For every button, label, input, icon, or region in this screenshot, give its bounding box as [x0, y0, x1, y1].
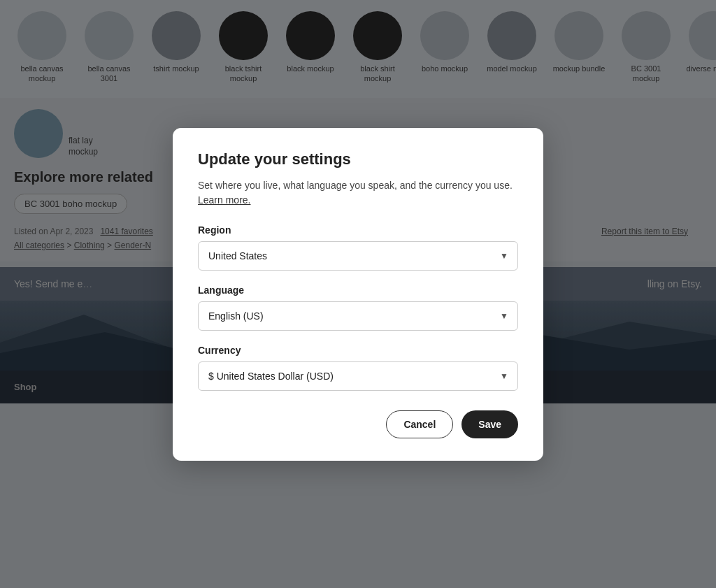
language-group: Language English (US) English (UK) Deuts…	[198, 285, 518, 331]
currency-group: Currency $ United States Dollar (USD) £ …	[198, 345, 518, 391]
currency-select[interactable]: $ United States Dollar (USD) £ British P…	[198, 361, 518, 391]
language-label: Language	[198, 285, 518, 296]
modal-description: Set where you live, what language you sp…	[198, 178, 518, 208]
language-select-wrapper: English (US) English (UK) Deutsch França…	[198, 301, 518, 331]
modal-overlay[interactable]: Update your settings Set where you live,…	[0, 0, 716, 588]
cancel-button[interactable]: Cancel	[386, 410, 453, 438]
currency-label: Currency	[198, 345, 518, 356]
region-label: Region	[198, 224, 518, 236]
region-select[interactable]: United States United Kingdom Canada Aust…	[198, 241, 518, 271]
region-select-wrapper: United States United Kingdom Canada Aust…	[198, 241, 518, 271]
currency-select-wrapper: $ United States Dollar (USD) £ British P…	[198, 361, 518, 391]
region-group: Region United States United Kingdom Cana…	[198, 224, 518, 271]
save-button[interactable]: Save	[461, 410, 518, 438]
modal-title: Update your settings	[198, 150, 518, 168]
learn-more-link[interactable]: Learn more.	[198, 194, 250, 206]
settings-modal: Update your settings Set where you live,…	[173, 128, 543, 461]
modal-footer: Cancel Save	[198, 410, 518, 438]
language-select[interactable]: English (US) English (UK) Deutsch França…	[198, 301, 518, 331]
